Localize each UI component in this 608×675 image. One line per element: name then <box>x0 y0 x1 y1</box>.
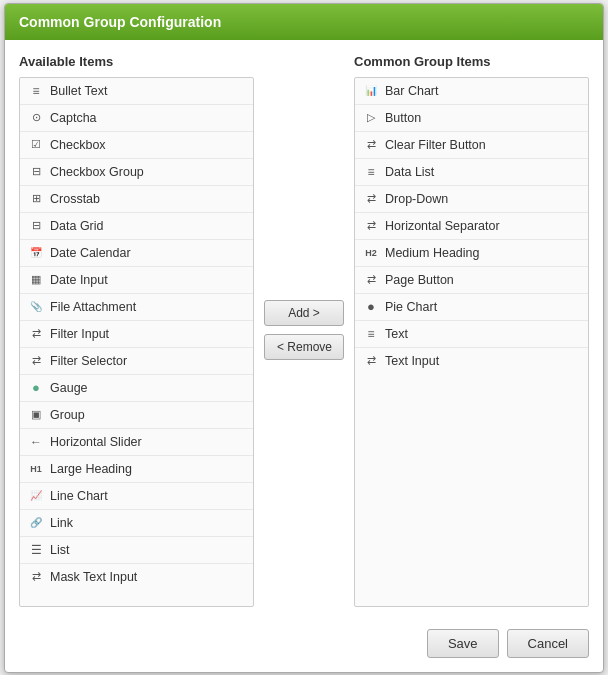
list-item[interactable]: Page Button <box>355 267 588 294</box>
list-item[interactable]: Pie Chart <box>355 294 588 321</box>
item-label: Data Grid <box>50 219 104 233</box>
list-item[interactable]: Data Grid <box>20 213 253 240</box>
common-items-panel: Common Group Items Bar ChartButtonClear … <box>354 54 589 607</box>
list-item[interactable]: File Attachment <box>20 294 253 321</box>
crosstab-icon <box>28 191 44 207</box>
available-items-list[interactable]: Bullet TextCaptchaCheckboxCheckbox Group… <box>19 77 254 607</box>
text-icon <box>363 326 379 342</box>
item-label: Page Button <box>385 273 454 287</box>
item-label: Checkbox <box>50 138 106 152</box>
item-label: Data List <box>385 165 434 179</box>
cancel-button[interactable]: Cancel <box>507 629 589 658</box>
list-item[interactable]: Large Heading <box>20 456 253 483</box>
datalist-icon <box>363 164 379 180</box>
item-label: Crosstab <box>50 192 100 206</box>
dialog-title: Common Group Configuration <box>19 14 221 30</box>
dateinput-icon <box>28 272 44 288</box>
common-items-title: Common Group Items <box>354 54 589 69</box>
list-item[interactable]: Text Input <box>355 348 588 374</box>
item-label: Filter Selector <box>50 354 127 368</box>
list-item[interactable]: Date Calendar <box>20 240 253 267</box>
list-item[interactable]: Medium Heading <box>355 240 588 267</box>
list-icon <box>28 542 44 558</box>
list-item[interactable]: Gauge <box>20 375 253 402</box>
item-label: List <box>50 543 69 557</box>
filter-icon <box>28 353 44 369</box>
hslider-icon <box>28 434 44 450</box>
list-item[interactable]: Clear Filter Button <box>355 132 588 159</box>
piechart-icon <box>363 299 379 315</box>
common-group-configuration-dialog: Common Group Configuration Available Ite… <box>4 3 604 673</box>
item-label: Link <box>50 516 73 530</box>
gauge-icon <box>28 380 44 396</box>
item-label: Pie Chart <box>385 300 437 314</box>
save-button[interactable]: Save <box>427 629 499 658</box>
item-label: Medium Heading <box>385 246 480 260</box>
list-item[interactable]: List <box>20 537 253 564</box>
check-icon <box>28 137 44 153</box>
item-label: Clear Filter Button <box>385 138 486 152</box>
dialog-header: Common Group Configuration <box>5 4 603 40</box>
columns-layout: Available Items Bullet TextCaptchaCheckb… <box>19 54 589 607</box>
middle-buttons: Add > < Remove <box>264 54 344 607</box>
item-label: File Attachment <box>50 300 136 314</box>
h2-icon <box>363 245 379 261</box>
barchart-icon <box>363 83 379 99</box>
list-item[interactable]: Bullet Text <box>20 78 253 105</box>
pagebtn-icon <box>363 272 379 288</box>
checkgroup-icon <box>28 164 44 180</box>
item-label: Captcha <box>50 111 97 125</box>
item-label: Drop-Down <box>385 192 448 206</box>
linechart-icon <box>28 488 44 504</box>
list-item[interactable]: Button <box>355 105 588 132</box>
item-label: Horizontal Separator <box>385 219 500 233</box>
item-label: Filter Input <box>50 327 109 341</box>
list-item[interactable]: Link <box>20 510 253 537</box>
list-item[interactable]: Line Chart <box>20 483 253 510</box>
list-item[interactable]: Filter Selector <box>20 348 253 375</box>
list-item[interactable]: Group <box>20 402 253 429</box>
available-items-title: Available Items <box>19 54 254 69</box>
dropdown-icon <box>363 191 379 207</box>
list-item[interactable]: Crosstab <box>20 186 253 213</box>
item-label: Bullet Text <box>50 84 107 98</box>
item-label: Button <box>385 111 421 125</box>
calendar-icon <box>28 245 44 261</box>
item-label: Bar Chart <box>385 84 439 98</box>
lines-icon <box>28 83 44 99</box>
list-item[interactable]: Checkbox <box>20 132 253 159</box>
h1-icon <box>28 461 44 477</box>
item-label: Text <box>385 327 408 341</box>
item-label: Text Input <box>385 354 439 368</box>
attach-icon <box>28 299 44 315</box>
common-items-list[interactable]: Bar ChartButtonClear Filter ButtonData L… <box>354 77 589 607</box>
dialog-body: Available Items Bullet TextCaptchaCheckb… <box>5 40 603 621</box>
item-label: Date Input <box>50 273 108 287</box>
available-items-panel: Available Items Bullet TextCaptchaCheckb… <box>19 54 254 607</box>
filter-icon <box>28 326 44 342</box>
button-icon <box>363 110 379 126</box>
list-item[interactable]: Date Input <box>20 267 253 294</box>
list-item[interactable]: Text <box>355 321 588 348</box>
captcha-icon <box>28 110 44 126</box>
remove-button[interactable]: < Remove <box>264 334 344 360</box>
item-label: Checkbox Group <box>50 165 144 179</box>
list-item[interactable]: Horizontal Separator <box>355 213 588 240</box>
item-label: Line Chart <box>50 489 108 503</box>
item-label: Group <box>50 408 85 422</box>
list-item[interactable]: Data List <box>355 159 588 186</box>
item-label: Mask Text Input <box>50 570 137 584</box>
list-item[interactable]: Checkbox Group <box>20 159 253 186</box>
dialog-footer: Save Cancel <box>5 621 603 672</box>
link-icon <box>28 515 44 531</box>
add-button[interactable]: Add > <box>264 300 344 326</box>
item-label: Date Calendar <box>50 246 131 260</box>
list-item[interactable]: Filter Input <box>20 321 253 348</box>
list-item[interactable]: Bar Chart <box>355 78 588 105</box>
mask-icon <box>28 569 44 585</box>
list-item[interactable]: Mask Text Input <box>20 564 253 590</box>
list-item[interactable]: Drop-Down <box>355 186 588 213</box>
list-item[interactable]: Captcha <box>20 105 253 132</box>
clearfilter-icon <box>363 137 379 153</box>
list-item[interactable]: Horizontal Slider <box>20 429 253 456</box>
